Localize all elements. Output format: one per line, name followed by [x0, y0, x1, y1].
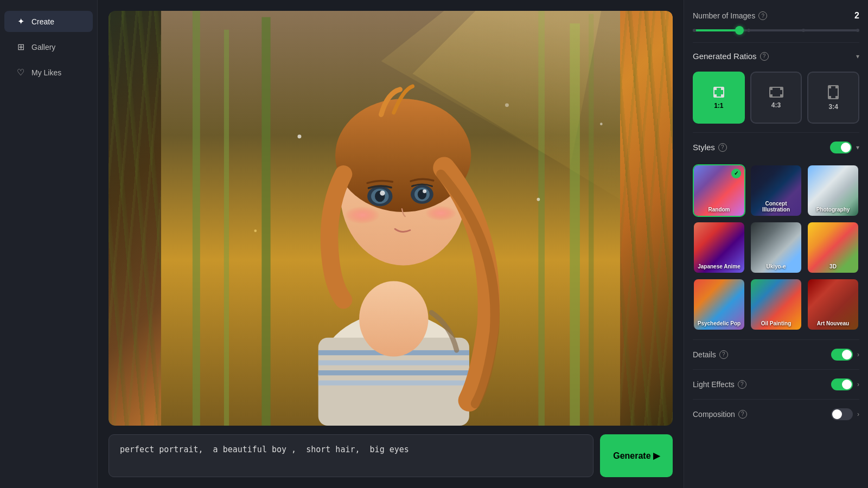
composition-toggle[interactable] — [831, 408, 853, 420]
num-images-row: Number of Images ? 2 — [693, 11, 859, 21]
generate-button[interactable]: Generate ▶ — [600, 434, 673, 477]
divider-3 — [693, 339, 859, 340]
svg-rect-12 — [318, 360, 469, 365]
light-effects-section: Light Effects ? › — [693, 378, 859, 390]
style-card-oilpainting[interactable]: Oil Painting — [750, 278, 802, 331]
heart-icon: ♡ — [15, 67, 26, 78]
generated-ratios-section: Generated Ratios ? ▾ 1:1 — [693, 52, 859, 124]
svg-point-28 — [297, 134, 301, 138]
svg-rect-35 — [721, 87, 724, 90]
svg-rect-3 — [261, 17, 270, 426]
num-images-label: Number of Images ? — [693, 11, 767, 20]
style-card-photography[interactable]: Photography — [807, 164, 859, 217]
num-images-section: Number of Images ? 2 — [693, 11, 859, 34]
svg-rect-45 — [835, 86, 838, 88]
sidebar: ✦ Create ⊞ Gallery ♡ My Likes — [0, 0, 98, 488]
style-card-psychedelic[interactable]: Psychedelic Pop — [693, 278, 745, 331]
composition-arrow-icon[interactable]: › — [857, 410, 859, 418]
divider-4 — [693, 369, 859, 370]
light-effects-toggle-thumb — [842, 380, 852, 389]
generated-ratios-header[interactable]: Generated Ratios ? ▾ — [693, 52, 859, 61]
details-toggle[interactable] — [831, 349, 853, 361]
svg-rect-34 — [714, 87, 717, 90]
ratio-options: 1:1 4:3 3: — [693, 72, 859, 124]
sidebar-item-create[interactable]: ✦ Create — [4, 11, 93, 32]
svg-rect-39 — [770, 87, 773, 90]
details-header: Details ? › — [693, 349, 859, 361]
divider-1 — [693, 42, 859, 43]
details-arrow-icon[interactable]: › — [857, 351, 859, 358]
ratio-1-1-icon — [712, 86, 725, 99]
styles-info-icon[interactable]: ? — [718, 143, 727, 152]
svg-point-15 — [359, 281, 429, 356]
ratio-3-4-label: 3:4 — [829, 103, 838, 111]
details-toggle-thumb — [842, 350, 852, 359]
svg-rect-44 — [828, 86, 831, 88]
right-panel: Number of Images ? 2 Generated Ratios ? … — [684, 0, 868, 488]
prompt-input[interactable]: perfect portrait, a beautiful boy , shor… — [108, 434, 593, 477]
style-card-concept[interactable]: Concept Illustration — [750, 164, 802, 217]
style-card-random[interactable]: Random ✓ — [693, 164, 745, 217]
svg-rect-47 — [835, 96, 838, 99]
light-effects-toggle[interactable] — [831, 378, 853, 390]
ratio-1-1-label: 1:1 — [714, 102, 723, 110]
sidebar-item-my-likes[interactable]: ♡ My Likes — [4, 62, 93, 83]
details-info-icon[interactable]: ? — [719, 350, 728, 359]
style-random-check: ✓ — [731, 169, 741, 178]
details-label: Details ? — [693, 350, 728, 359]
styles-toggle[interactable] — [830, 142, 852, 153]
ratio-btn-1-1[interactable]: 1:1 — [693, 72, 745, 124]
composition-section: Composition ? › — [693, 408, 859, 420]
slider-dot-3 — [802, 29, 805, 32]
prompt-area: perfect portrait, a beautiful boy , shor… — [108, 434, 673, 477]
svg-rect-46 — [828, 96, 831, 99]
generated-ratios-title: Generated Ratios ? — [693, 52, 769, 61]
light-effects-info-icon[interactable]: ? — [738, 380, 746, 389]
ratio-3-4-icon — [827, 85, 839, 100]
slider-thumb[interactable] — [735, 26, 744, 35]
divider-5 — [693, 399, 859, 400]
style-artnouveau-label: Art Nouveau — [808, 320, 858, 326]
ratios-info-icon[interactable]: ? — [760, 52, 769, 61]
gallery-icon: ⊞ — [15, 42, 26, 52]
svg-point-31 — [254, 229, 257, 232]
style-oilpainting-label: Oil Painting — [751, 320, 801, 326]
ratio-btn-3-4[interactable]: 3:4 — [807, 72, 859, 124]
generated-image — [108, 11, 673, 426]
style-card-3d[interactable]: 3D — [807, 221, 859, 274]
style-card-anime[interactable]: Japanese Anime — [693, 221, 745, 274]
svg-rect-42 — [780, 94, 783, 97]
style-photo-label: Photography — [808, 207, 858, 213]
style-card-ukiyo[interactable]: Ukiyo-e — [750, 221, 802, 274]
slider-dot-2 — [747, 29, 750, 32]
slider-dot-1 — [693, 29, 696, 32]
light-effects-header: Light Effects ? › — [693, 378, 859, 390]
ratio-btn-4-3[interactable]: 4:3 — [750, 72, 802, 124]
create-icon: ✦ — [15, 16, 26, 27]
svg-point-30 — [537, 198, 540, 201]
styles-header: Styles ? ▾ — [693, 142, 859, 153]
sidebar-label-likes: My Likes — [31, 68, 61, 77]
sidebar-item-gallery[interactable]: ⊞ Gallery — [4, 36, 93, 57]
svg-rect-37 — [721, 94, 724, 97]
anime-character-svg — [108, 11, 673, 426]
style-ukiyo-label: Ukiyo-e — [751, 264, 801, 269]
styles-title: Styles ? — [693, 143, 727, 152]
light-effects-label: Light Effects ? — [693, 380, 746, 389]
svg-point-29 — [600, 123, 603, 125]
style-card-artnouveau[interactable]: Art Nouveau — [807, 278, 859, 331]
light-effects-arrow-icon[interactable]: › — [857, 381, 859, 388]
svg-point-32 — [505, 103, 509, 107]
ratio-4-3-label: 4:3 — [771, 101, 781, 109]
style-3d-label: 3D — [808, 264, 858, 269]
svg-point-27 — [425, 206, 457, 221]
style-random-label: Random — [694, 207, 744, 213]
svg-rect-36 — [714, 94, 717, 97]
image-display-area — [108, 11, 673, 426]
sidebar-label-create: Create — [31, 17, 54, 26]
num-images-info-icon[interactable]: ? — [758, 11, 767, 20]
num-images-slider[interactable] — [693, 29, 859, 31]
composition-info-icon[interactable]: ? — [738, 410, 747, 419]
composition-label: Composition ? — [693, 410, 747, 419]
composition-header: Composition ? › — [693, 408, 859, 420]
